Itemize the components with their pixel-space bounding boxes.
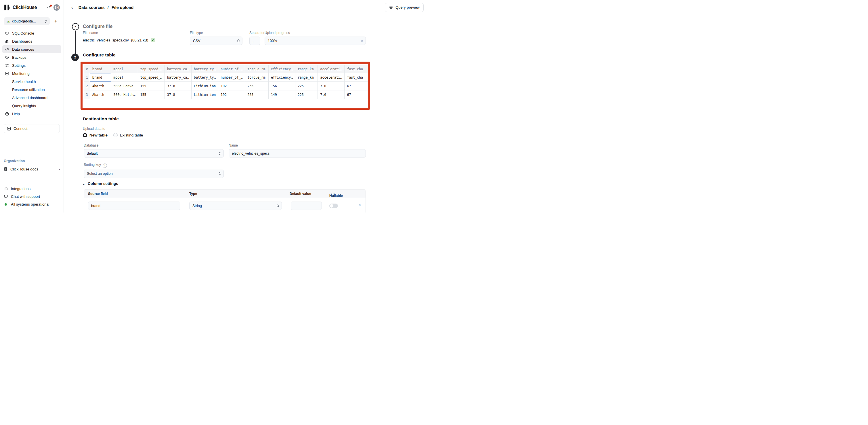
sidebar-item-chat-with-support[interactable]: Chat with support [4, 193, 60, 200]
cell[interactable]: 225 [296, 82, 318, 90]
app-window: ClickHouse SH ☁ cloud-get-sta... + SQL C… [0, 0, 434, 213]
cell[interactable]: top_speed_… [138, 73, 164, 82]
table-row: 1brandmodeltop_speed_…battery_ca…battery… [84, 73, 368, 82]
column-header: battery_ty… [191, 65, 218, 73]
query-preview-label: Query preview [396, 5, 420, 9]
type-select[interactable]: String [189, 202, 282, 210]
sidebar-item-label: Settings [12, 63, 26, 68]
sorting-key-placeholder: Select an option [87, 172, 113, 176]
cell[interactable]: 192 [218, 90, 245, 99]
integrations-icon [4, 187, 8, 191]
cell[interactable]: 192 [218, 82, 245, 90]
sidebar-item-settings[interactable]: Settings [2, 61, 61, 69]
cell[interactable]: model [111, 73, 138, 82]
cell[interactable]: 500e Conve… [111, 82, 138, 90]
cell[interactable]: range_km [296, 73, 318, 82]
file-type-value: CSV [193, 39, 200, 43]
database-select[interactable]: default [84, 149, 224, 158]
radio-new-table[interactable]: New table [83, 133, 107, 137]
cell[interactable]: Abarth [90, 82, 111, 90]
sidebar-item-integrations[interactable]: Integrations [4, 185, 60, 193]
cell[interactable]: battery_ty… [191, 73, 218, 82]
avatar[interactable]: SH [54, 4, 60, 11]
cell[interactable]: 500e Hatch… [111, 90, 138, 99]
cell[interactable]: 235 [245, 82, 268, 90]
upload-data-to-label: Upload data to [83, 127, 105, 131]
query-preview-button[interactable]: Query preview [385, 3, 424, 12]
cell[interactable]: Abarth [90, 90, 111, 99]
sidebar-item-sql-console[interactable]: SQL Console [2, 29, 61, 37]
status-dot-icon [4, 202, 8, 206]
cell[interactable]: 7.0 [318, 82, 345, 90]
separator-input[interactable]: , [249, 36, 260, 45]
clear-icon[interactable]: × [361, 38, 363, 43]
cell[interactable]: torque_nm [245, 73, 268, 82]
dashboards-icon [5, 39, 9, 44]
file-type-select[interactable]: CSV [190, 36, 243, 45]
cell[interactable]: 156 [268, 82, 295, 90]
sidebar-item-backups[interactable]: Backups [2, 53, 61, 61]
cell[interactable]: brand [90, 73, 111, 82]
destination-table-title: Destination table [83, 116, 119, 121]
connect-button[interactable]: Connect [4, 124, 60, 133]
cell[interactable]: 37.8 [164, 90, 191, 99]
cell[interactable]: Lithium-ion [191, 82, 218, 90]
cell[interactable]: 155 [138, 90, 164, 99]
sidebar-item-monitoring[interactable]: Monitoring [2, 69, 61, 78]
cell[interactable]: Lithium-ion [191, 90, 218, 99]
cell[interactable]: 7.0 [318, 90, 345, 99]
cell[interactable]: efficiency… [268, 73, 295, 82]
database-label: Database [84, 143, 224, 147]
sidebar-item-help[interactable]: Help [2, 110, 61, 118]
radio-existing-table[interactable]: Existing table [113, 133, 143, 137]
breadcrumb-file-upload: File upload [112, 5, 134, 10]
stepper-line [75, 30, 76, 54]
toggle-knob [330, 204, 333, 207]
notifications-button[interactable] [46, 5, 51, 10]
organization-label: Organization [4, 159, 60, 163]
database-value: default [87, 151, 98, 155]
monitoring-icon [5, 72, 9, 76]
cell[interactable]: accelerati… [318, 73, 345, 82]
breadcrumb: Data sources / File upload [79, 5, 134, 10]
sidebar-item-query-insights[interactable]: Query insights [2, 102, 61, 110]
sidebar-item-label: Advanced dashboard [12, 95, 48, 100]
sidebar-item-advanced-dashboard[interactable]: Advanced dashboard [2, 93, 61, 102]
source-field-input[interactable]: brand [88, 202, 180, 210]
sidebar-item-dashboards[interactable]: Dashboards [2, 37, 61, 45]
upload-progress-input[interactable]: 100% × [265, 36, 366, 45]
add-service-button[interactable]: + [53, 18, 58, 24]
file-name-label: File name [83, 31, 155, 35]
column-settings-toggle[interactable]: ⌄ Column settings [82, 181, 118, 186]
sidebar-item-service-health[interactable]: Service health [2, 78, 61, 86]
back-button[interactable]: ‹ [71, 5, 73, 10]
sidebar-footer: IntegrationsChat with supportAll systems… [4, 185, 60, 208]
step-2-badge: 2 [71, 54, 79, 61]
service-selector[interactable]: ☁ cloud-get-sta... [4, 17, 50, 25]
cell[interactable]: 149 [268, 90, 295, 99]
remove-column-icon[interactable]: × [359, 203, 361, 207]
type-value: String [192, 204, 202, 208]
breadcrumb-data-sources[interactable]: Data sources [79, 5, 105, 10]
cell[interactable]: 225 [296, 90, 318, 99]
sidebar-item-all-systems-operational[interactable]: All systems operational [4, 200, 60, 208]
radio-selected-icon[interactable] [83, 133, 87, 137]
cell[interactable]: 235 [245, 90, 268, 99]
sidebar-item-resource-utilization[interactable]: Resource utilization [2, 86, 61, 93]
default-value-input[interactable] [291, 202, 322, 210]
radio-unselected-icon[interactable] [113, 133, 118, 137]
sidebar-item-data-sources[interactable]: Data sources [2, 45, 61, 53]
cell[interactable]: number_of_… [218, 73, 245, 82]
nullable-toggle[interactable] [329, 204, 338, 208]
cell[interactable]: 37.8 [164, 82, 191, 90]
preview-table-header-row: #brandmodeltop_speed_…battery_ca…battery… [84, 65, 368, 73]
chevron-down-icon: ⌄ [82, 182, 85, 186]
sidebar-item-clickhouse-docs[interactable]: ClickHouse docs › [4, 165, 60, 173]
cell[interactable]: 67 [345, 90, 368, 99]
cell[interactable]: 67 [345, 82, 368, 90]
cell[interactable]: fast_cha [345, 73, 368, 82]
table-name-input[interactable]: electric_vehicles_specs [229, 149, 366, 158]
sorting-key-select[interactable]: Select an option [84, 170, 224, 178]
cell[interactable]: 155 [138, 82, 164, 90]
cell[interactable]: battery_ca… [164, 73, 191, 82]
